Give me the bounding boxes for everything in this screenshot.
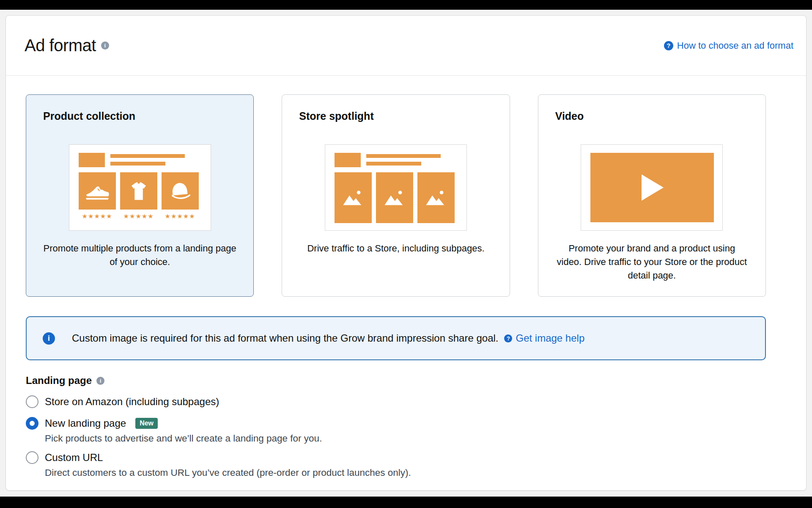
headline-bar xyxy=(366,154,441,158)
how-to-choose-label: How to choose an ad format xyxy=(677,40,793,51)
card-product-collection[interactable]: Product collection xyxy=(26,94,254,297)
panel-header: Ad format i ? How to choose an ad format xyxy=(6,16,806,75)
get-image-help-label: Get image help xyxy=(516,332,584,344)
banner-text: Custom image is required for this ad for… xyxy=(72,332,498,344)
radio-description: Direct customers to a custom URL you’ve … xyxy=(45,467,806,478)
ad-logo-placeholder xyxy=(79,153,105,167)
cap-icon xyxy=(168,180,192,202)
help-icon: ? xyxy=(664,41,673,50)
ad-format-cards: Product collection xyxy=(26,94,766,297)
how-to-choose-link[interactable]: ? How to choose an ad format xyxy=(664,40,793,51)
radio-label[interactable]: New landing page xyxy=(45,417,126,429)
ad-logo-placeholder xyxy=(335,153,361,167)
card-title: Video xyxy=(555,110,749,122)
t-shirt-icon xyxy=(128,180,150,202)
radio-custom-url[interactable]: Custom URL xyxy=(26,451,806,464)
page-background: Ad format i ? How to choose an ad format… xyxy=(0,10,812,497)
card-description: Promote multiple products from a landing… xyxy=(43,242,236,269)
info-icon[interactable]: i xyxy=(96,377,104,385)
radio-button[interactable] xyxy=(26,395,38,408)
card-store-spotlight[interactable]: Store spotlight xyxy=(282,94,510,297)
subpage-tile xyxy=(376,172,413,223)
get-image-help-link[interactable]: ? Get image help xyxy=(504,332,584,344)
info-icon: i xyxy=(43,332,55,345)
radio-new-landing-page[interactable]: New landing page New xyxy=(26,417,806,430)
page-title: Ad format xyxy=(25,36,96,55)
sneaker-icon xyxy=(85,182,110,200)
image-icon xyxy=(341,188,365,207)
ad-format-panel: Ad format i ? How to choose an ad format… xyxy=(5,15,807,491)
radio-store-on-amazon[interactable]: Store on Amazon (including subpages) xyxy=(26,395,806,408)
video-illustration xyxy=(555,144,749,231)
landing-page-title: Landing page xyxy=(26,375,92,387)
card-description: Drive traffic to a Store, including subp… xyxy=(299,242,492,255)
card-title: Store spotlight xyxy=(299,110,492,122)
info-banner: i Custom image is required for this ad f… xyxy=(26,316,766,360)
radio-button-selected[interactable] xyxy=(26,417,38,430)
product-tile xyxy=(79,172,116,210)
info-icon[interactable]: i xyxy=(101,41,109,50)
radio-label[interactable]: Custom URL xyxy=(45,452,103,464)
radio-description: Pick products to advertise and we’ll cre… xyxy=(45,433,806,444)
radio-button[interactable] xyxy=(26,451,38,464)
card-video[interactable]: Video Promote your brand and a product u… xyxy=(538,94,766,297)
header-divider xyxy=(6,75,806,76)
cap-icon-tile xyxy=(162,172,199,210)
image-icon xyxy=(424,188,448,207)
play-icon xyxy=(640,174,664,202)
radio-label[interactable]: Store on Amazon (including subpages) xyxy=(45,396,219,408)
new-badge: New xyxy=(135,418,158,429)
help-icon: ? xyxy=(504,334,512,342)
image-icon xyxy=(383,188,406,207)
headline-bar xyxy=(110,162,165,166)
headline-bar xyxy=(366,162,421,166)
headline-bar xyxy=(110,154,185,158)
video-player-placeholder xyxy=(590,153,714,222)
product-collection-illustration: ★★★★★ ★★★★★ ★★★★★ xyxy=(43,144,236,231)
landing-page-section: Landing page i Store on Amazon (includin… xyxy=(26,375,806,478)
subpage-tile xyxy=(335,172,372,223)
product-tile xyxy=(120,172,157,210)
star-rating: ★★★★★ xyxy=(120,213,157,220)
store-spotlight-illustration xyxy=(299,144,492,231)
card-description: Promote your brand and a product using v… xyxy=(555,242,749,282)
star-rating: ★★★★★ xyxy=(79,213,116,220)
star-rating: ★★★★★ xyxy=(162,213,199,220)
card-title: Product collection xyxy=(43,110,236,122)
subpage-tile xyxy=(417,172,455,223)
